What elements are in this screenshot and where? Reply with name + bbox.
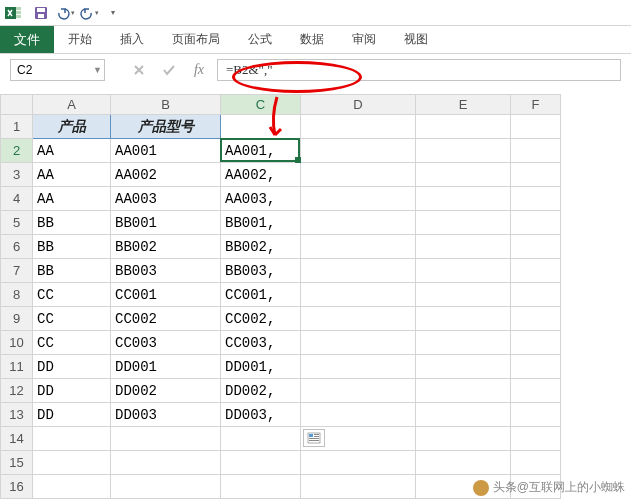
cell-C3[interactable]: AA002,	[221, 163, 301, 187]
cell-F4[interactable]	[511, 187, 561, 211]
cell-F5[interactable]	[511, 211, 561, 235]
undo-button[interactable]: ▾	[54, 2, 76, 24]
tab-file[interactable]: 文件	[0, 26, 54, 53]
cell-E13[interactable]	[416, 403, 511, 427]
cell-F2[interactable]	[511, 139, 561, 163]
cell-B4[interactable]: AA003	[111, 187, 221, 211]
redo-button[interactable]: ▾	[78, 2, 100, 24]
cell-C1[interactable]	[221, 115, 301, 139]
insert-function-button[interactable]: fx	[187, 59, 211, 81]
tab-review[interactable]: 审阅	[338, 26, 390, 53]
cell-A1[interactable]: 产品	[33, 115, 111, 139]
cell-D13[interactable]	[301, 403, 416, 427]
cell-F12[interactable]	[511, 379, 561, 403]
formula-input[interactable]: =B2&","	[217, 59, 621, 81]
row-header[interactable]: 15	[1, 451, 33, 475]
cell-D5[interactable]	[301, 211, 416, 235]
cell-F1[interactable]	[511, 115, 561, 139]
cell-C12[interactable]: DD002,	[221, 379, 301, 403]
cell-F3[interactable]	[511, 163, 561, 187]
cell-B2[interactable]: AA001	[111, 139, 221, 163]
cell-A7[interactable]: BB	[33, 259, 111, 283]
cell-A13[interactable]: DD	[33, 403, 111, 427]
cell-A16[interactable]	[33, 475, 111, 499]
cell-A3[interactable]: AA	[33, 163, 111, 187]
cell-B12[interactable]: DD002	[111, 379, 221, 403]
cell-E9[interactable]	[416, 307, 511, 331]
row-header[interactable]: 3	[1, 163, 33, 187]
cancel-formula-button[interactable]	[127, 59, 151, 81]
cell-F6[interactable]	[511, 235, 561, 259]
cell-E5[interactable]	[416, 211, 511, 235]
cell-B3[interactable]: AA002	[111, 163, 221, 187]
col-header-C[interactable]: C	[221, 95, 301, 115]
cell-B15[interactable]	[111, 451, 221, 475]
col-header-F[interactable]: F	[511, 95, 561, 115]
cell-D10[interactable]	[301, 331, 416, 355]
cell-D3[interactable]	[301, 163, 416, 187]
cell-D6[interactable]	[301, 235, 416, 259]
cell-A2[interactable]: AA	[33, 139, 111, 163]
row-header[interactable]: 10	[1, 331, 33, 355]
cell-A5[interactable]: BB	[33, 211, 111, 235]
row-header[interactable]: 2	[1, 139, 33, 163]
tab-pagelayout[interactable]: 页面布局	[158, 26, 234, 53]
cell-A15[interactable]	[33, 451, 111, 475]
row-header[interactable]: 8	[1, 283, 33, 307]
cell-D2[interactable]	[301, 139, 416, 163]
cell-B7[interactable]: BB003	[111, 259, 221, 283]
cell-C14[interactable]	[221, 427, 301, 451]
cell-D9[interactable]	[301, 307, 416, 331]
cell-E14[interactable]	[416, 427, 511, 451]
cell-E1[interactable]	[416, 115, 511, 139]
cell-E3[interactable]	[416, 163, 511, 187]
cell-E10[interactable]	[416, 331, 511, 355]
customize-qat-button[interactable]: ▾	[102, 2, 124, 24]
cell-E7[interactable]	[416, 259, 511, 283]
cell-F13[interactable]	[511, 403, 561, 427]
cell-B16[interactable]	[111, 475, 221, 499]
cell-C11[interactable]: DD001,	[221, 355, 301, 379]
cell-F8[interactable]	[511, 283, 561, 307]
cell-D15[interactable]	[301, 451, 416, 475]
tab-view[interactable]: 视图	[390, 26, 442, 53]
cell-B8[interactable]: CC001	[111, 283, 221, 307]
enter-formula-button[interactable]	[157, 59, 181, 81]
cell-C2[interactable]: AA001,	[221, 139, 301, 163]
select-all-corner[interactable]	[1, 95, 33, 115]
cell-B13[interactable]: DD003	[111, 403, 221, 427]
cell-F9[interactable]	[511, 307, 561, 331]
cell-C5[interactable]: BB001,	[221, 211, 301, 235]
cell-D4[interactable]	[301, 187, 416, 211]
col-header-A[interactable]: A	[33, 95, 111, 115]
cell-D16[interactable]	[301, 475, 416, 499]
row-header[interactable]: 16	[1, 475, 33, 499]
row-header[interactable]: 6	[1, 235, 33, 259]
cell-B11[interactable]: DD001	[111, 355, 221, 379]
cell-C8[interactable]: CC001,	[221, 283, 301, 307]
cell-E15[interactable]	[416, 451, 511, 475]
tab-home[interactable]: 开始	[54, 26, 106, 53]
cell-D8[interactable]	[301, 283, 416, 307]
cell-A4[interactable]: AA	[33, 187, 111, 211]
cell-B1[interactable]: 产品型号	[111, 115, 221, 139]
cell-C6[interactable]: BB002,	[221, 235, 301, 259]
row-header[interactable]: 13	[1, 403, 33, 427]
cell-F15[interactable]	[511, 451, 561, 475]
cell-E6[interactable]	[416, 235, 511, 259]
save-button[interactable]	[30, 2, 52, 24]
name-box[interactable]: C2 ▼	[10, 59, 105, 81]
cell-F11[interactable]	[511, 355, 561, 379]
cell-D12[interactable]	[301, 379, 416, 403]
col-header-B[interactable]: B	[111, 95, 221, 115]
cell-C15[interactable]	[221, 451, 301, 475]
cell-A10[interactable]: CC	[33, 331, 111, 355]
tab-data[interactable]: 数据	[286, 26, 338, 53]
cell-F10[interactable]	[511, 331, 561, 355]
tab-formulas[interactable]: 公式	[234, 26, 286, 53]
cell-E2[interactable]	[416, 139, 511, 163]
cell-D7[interactable]	[301, 259, 416, 283]
cell-B5[interactable]: BB001	[111, 211, 221, 235]
cell-A12[interactable]: DD	[33, 379, 111, 403]
cell-C13[interactable]: DD003,	[221, 403, 301, 427]
